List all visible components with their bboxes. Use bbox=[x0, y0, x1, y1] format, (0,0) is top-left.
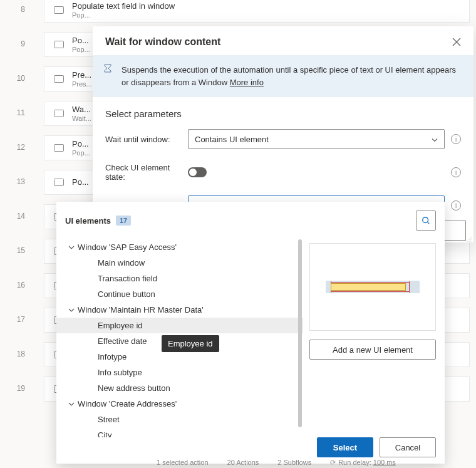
tree-item-label: Main window bbox=[98, 258, 145, 268]
banner-text: Suspends the execution of the automation… bbox=[122, 65, 456, 87]
action-title: Po... bbox=[72, 36, 90, 46]
svg-rect-3 bbox=[54, 110, 64, 117]
step-number: 8 bbox=[0, 5, 25, 14]
action-subtitle: Pop... bbox=[72, 46, 90, 54]
chevron-down-icon bbox=[432, 135, 438, 144]
svg-rect-1 bbox=[54, 41, 64, 48]
tree-item[interactable]: Main window bbox=[56, 255, 303, 271]
tree-item[interactable]: New address button bbox=[56, 380, 303, 396]
close-icon[interactable] bbox=[452, 38, 461, 46]
svg-rect-0 bbox=[54, 7, 64, 14]
status-delay: ⟳Run delay: 100 ms bbox=[330, 459, 396, 467]
tree-item-label: Window 'Create Addresses' bbox=[78, 399, 177, 408]
check-state-label: Check UI element state: bbox=[105, 163, 188, 182]
svg-point-19 bbox=[470, 241, 472, 242]
action-title: Pre... bbox=[72, 70, 92, 80]
wait-until-value: Contains UI element bbox=[195, 135, 269, 144]
tree-item[interactable]: Transaction field bbox=[56, 271, 303, 286]
tree-item-label: City bbox=[98, 430, 111, 437]
action-title: Populate text field in window bbox=[72, 1, 175, 11]
ui-elements-dropdown: UI elements 17 Window 'SAP Easy Access'M… bbox=[56, 202, 445, 464]
tree-item[interactable]: Window 'Create Addresses' bbox=[56, 396, 303, 412]
action-icon bbox=[53, 109, 65, 118]
step-number: 12 bbox=[0, 143, 25, 152]
action-title: Po... bbox=[72, 177, 89, 187]
ui-elements-count-badge: 17 bbox=[116, 216, 131, 226]
action-icon bbox=[53, 40, 65, 49]
step-number: 18 bbox=[0, 350, 25, 358]
action-icon bbox=[53, 178, 65, 187]
select-button[interactable]: Select bbox=[317, 437, 373, 457]
svg-point-16 bbox=[470, 239, 472, 240]
svg-point-14 bbox=[470, 237, 472, 238]
flow-action-row[interactable]: Populate text field in windowPop... bbox=[44, 0, 470, 23]
step-number: 11 bbox=[0, 108, 25, 117]
tree-item[interactable]: Employee id bbox=[56, 318, 303, 333]
tree-scrollbar[interactable] bbox=[298, 239, 302, 427]
tree-item-label: Transaction field bbox=[98, 274, 157, 283]
wait-until-select[interactable]: Contains UI element bbox=[188, 129, 445, 149]
info-banner: Suspends the execution of the automation… bbox=[93, 55, 473, 97]
tree-item[interactable]: City bbox=[56, 427, 303, 437]
tree-item-label: Info subtype bbox=[98, 368, 142, 377]
action-subtitle: Pop... bbox=[72, 11, 175, 19]
action-icon bbox=[53, 75, 65, 83]
select-parameters-heading: Select parameters bbox=[105, 108, 461, 119]
hourglass-icon bbox=[103, 64, 113, 78]
step-number: 15 bbox=[0, 246, 25, 255]
svg-point-15 bbox=[468, 239, 470, 240]
svg-rect-5 bbox=[54, 179, 64, 186]
info-icon[interactable]: i bbox=[451, 200, 461, 211]
chevron-down-icon[interactable] bbox=[68, 402, 75, 406]
more-info-link[interactable]: More info bbox=[230, 78, 264, 87]
tree-item[interactable]: Continue button bbox=[56, 286, 303, 302]
ui-elements-heading: UI elements bbox=[65, 216, 111, 226]
action-icon bbox=[53, 6, 65, 14]
action-icon bbox=[53, 143, 65, 152]
tree-item-tooltip: Employee id bbox=[162, 335, 219, 352]
tree-item[interactable]: Info subtype bbox=[56, 365, 303, 380]
cancel-button[interactable]: Cancel bbox=[380, 437, 436, 457]
svg-point-20 bbox=[423, 217, 428, 223]
tree-item[interactable]: Window 'SAP Easy Access' bbox=[56, 239, 303, 255]
step-number: 14 bbox=[0, 212, 25, 221]
tree-item-label: Employee id bbox=[98, 321, 143, 330]
resize-grip[interactable] bbox=[466, 235, 472, 241]
tree-item-label: Window 'Maintain HR Master Data' bbox=[78, 305, 204, 315]
tree-item-label: Effective date bbox=[98, 336, 147, 346]
svg-rect-4 bbox=[54, 145, 64, 152]
info-icon[interactable]: i bbox=[451, 134, 461, 144]
status-subflows: 2 Subflows bbox=[277, 459, 311, 466]
tree-item-label: New address button bbox=[98, 383, 170, 393]
step-number: 10 bbox=[0, 74, 25, 83]
action-title: Wa... bbox=[72, 105, 91, 115]
tree-item-label: Street bbox=[98, 415, 120, 424]
info-icon[interactable]: i bbox=[451, 167, 461, 177]
tree-item-label: Continue button bbox=[98, 289, 155, 299]
svg-point-18 bbox=[468, 241, 470, 242]
step-number: 9 bbox=[0, 39, 25, 48]
step-number: 19 bbox=[0, 384, 25, 393]
tree-item-label: Window 'SAP Easy Access' bbox=[78, 242, 177, 252]
step-number: 16 bbox=[0, 281, 25, 289]
status-selected: 1 selected action bbox=[157, 459, 209, 466]
search-icon bbox=[422, 216, 430, 225]
chevron-down-icon[interactable] bbox=[68, 246, 75, 249]
status-actions: 20 Actions bbox=[227, 459, 259, 466]
svg-point-17 bbox=[467, 241, 468, 242]
step-number: 17 bbox=[0, 315, 25, 324]
add-ui-element-button[interactable]: Add a new UI element bbox=[309, 340, 436, 360]
tree-item[interactable]: Street bbox=[56, 412, 303, 427]
tree-item-label: Infotype bbox=[98, 352, 127, 361]
action-subtitle: Pres... bbox=[72, 80, 92, 88]
check-state-toggle[interactable] bbox=[188, 167, 207, 177]
svg-line-21 bbox=[428, 222, 430, 224]
action-title: Po... bbox=[72, 139, 90, 149]
chevron-down-icon[interactable] bbox=[68, 308, 75, 312]
tree-item[interactable]: Window 'Maintain HR Master Data' bbox=[56, 302, 303, 318]
action-subtitle: Pop... bbox=[72, 149, 90, 157]
svg-rect-2 bbox=[54, 76, 64, 83]
status-bar: 1 selected action 20 Actions 2 Subflows … bbox=[0, 457, 476, 467]
search-button[interactable] bbox=[416, 211, 436, 231]
step-number: 13 bbox=[0, 177, 25, 186]
